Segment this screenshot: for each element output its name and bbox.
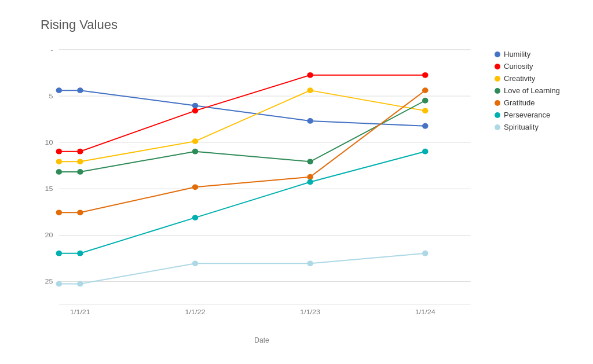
x-axis-label: Date	[254, 336, 269, 344]
legend-label: Perseverance	[504, 111, 550, 119]
svg-point-18	[77, 87, 83, 93]
chart-area: - 5 10 15 20 25 1/1/21 1/1/22 1/1/23 1/1…	[35, 44, 581, 321]
svg-point-34	[192, 149, 198, 155]
chart-svg: - 5 10 15 20 25 1/1/21 1/1/22 1/1/23 1/1…	[35, 44, 489, 321]
legend-label: Creativity	[504, 74, 535, 83]
svg-point-22	[56, 149, 62, 155]
svg-point-35	[307, 159, 313, 164]
svg-text:1/1/21: 1/1/21	[70, 308, 90, 317]
legend-dot	[495, 112, 500, 118]
svg-point-48	[77, 281, 83, 287]
svg-point-49	[192, 260, 198, 266]
svg-text:1/1/22: 1/1/22	[185, 308, 206, 317]
svg-point-17	[56, 87, 62, 93]
svg-text:10: 10	[45, 138, 53, 146]
svg-point-51	[422, 251, 428, 256]
svg-text:1/1/23: 1/1/23	[300, 308, 320, 317]
svg-point-50	[307, 260, 313, 266]
legend-label: Spirituality	[504, 123, 539, 131]
svg-text:25: 25	[45, 278, 53, 286]
legend-item-perseverance: Perseverance	[495, 111, 581, 119]
svg-point-29	[192, 138, 198, 144]
legend-item-curiosity: Curiosity	[495, 62, 581, 71]
svg-point-27	[56, 159, 62, 164]
svg-point-47	[56, 281, 62, 287]
svg-point-38	[77, 209, 83, 215]
legend-item-humility: Humility	[495, 50, 581, 58]
svg-point-42	[56, 251, 62, 256]
legend-dot	[495, 100, 500, 106]
svg-point-25	[307, 72, 313, 78]
svg-point-46	[422, 149, 428, 155]
svg-point-23	[77, 149, 83, 155]
chart-main: - 5 10 15 20 25 1/1/21 1/1/22 1/1/23 1/1…	[35, 44, 489, 321]
svg-point-33	[77, 169, 83, 175]
legend-item-gratitude: Gratitude	[495, 98, 581, 107]
svg-point-31	[422, 108, 428, 113]
legend-label: Curiosity	[504, 62, 533, 71]
legend-dot	[495, 76, 500, 82]
legend-item-creativity: Creativity	[495, 74, 581, 83]
svg-point-19	[192, 103, 198, 109]
svg-point-30	[307, 87, 313, 93]
svg-point-43	[77, 251, 83, 256]
svg-point-45	[307, 179, 313, 185]
legend-dot	[495, 52, 500, 57]
svg-point-37	[56, 209, 62, 215]
legend-dot	[495, 64, 500, 69]
legend-label: Humility	[504, 50, 530, 58]
svg-text:5: 5	[49, 92, 53, 100]
svg-point-36	[422, 98, 428, 104]
svg-text:15: 15	[45, 185, 53, 193]
legend-label: Love of Learning	[504, 86, 560, 95]
svg-point-32	[56, 169, 62, 175]
chart-container: Rising Values - 5 10 15	[0, 0, 593, 364]
svg-point-41	[422, 87, 428, 93]
svg-point-40	[307, 174, 313, 180]
legend-dot	[495, 88, 500, 94]
svg-point-21	[422, 123, 428, 129]
svg-point-28	[77, 159, 83, 164]
legend-item-love-of-learning: Love of Learning	[495, 86, 581, 95]
svg-point-20	[307, 118, 313, 124]
svg-point-24	[192, 108, 198, 113]
legend-dot	[495, 124, 500, 130]
svg-text:1/1/24: 1/1/24	[415, 308, 435, 317]
chart-title: Rising Values	[41, 17, 581, 32]
svg-point-39	[192, 184, 198, 190]
svg-point-44	[192, 215, 198, 220]
legend-item-spirituality: Spirituality	[495, 123, 581, 131]
legend-label: Gratitude	[504, 98, 535, 107]
svg-point-26	[422, 72, 428, 78]
legend: HumilityCuriosityCreativityLove of Learn…	[489, 44, 581, 321]
svg-text:-: -	[50, 46, 53, 54]
svg-text:20: 20	[45, 231, 53, 240]
